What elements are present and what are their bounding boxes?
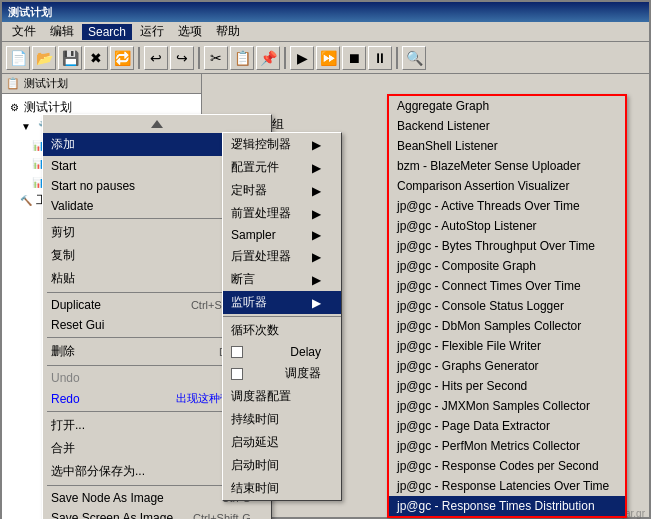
jp-response-latencies-label: jp@gc - Response Latencies Over Time <box>397 479 609 493</box>
toolbar-run-no-pause[interactable]: ⏩ <box>316 46 340 70</box>
toolbar-sep1 <box>138 47 140 69</box>
listener-jp-active-threads[interactable]: jp@gc - Active Threads Over Time <box>389 196 625 216</box>
delay-checkbox[interactable] <box>231 346 243 358</box>
menu-item-copy-label: 复制 <box>51 247 75 264</box>
listener-comparison[interactable]: Comparison Assertion Visualizer <box>389 176 625 196</box>
menu-options[interactable]: 选项 <box>172 22 208 41</box>
listener-jp-response-times-dist[interactable]: jp@gc - Response Times Distribution <box>389 496 625 516</box>
toolbar-stop[interactable]: ⏹ <box>342 46 366 70</box>
menu-item-save-screen-image[interactable]: Save Screen As Image Ctrl+Shift-G <box>43 508 271 519</box>
listener-jp-bytes[interactable]: jp@gc - Bytes Throughput Over Time <box>389 236 625 256</box>
toolbar-stop2[interactable]: ⏸ <box>368 46 392 70</box>
listener-jp-composite[interactable]: jp@gc - Composite Graph <box>389 256 625 276</box>
pre-processor-label: 前置处理器 <box>231 205 291 222</box>
listener-backend[interactable]: Backend Listener <box>389 116 625 136</box>
jp-graphs-gen-label: jp@gc - Graphs Generator <box>397 359 539 373</box>
listener-jp-dbmon[interactable]: jp@gc - DbMon Samples Collector <box>389 316 625 336</box>
listener-jp-perfmon[interactable]: jp@gc - PerfMon Metrics Collector <box>389 436 625 456</box>
listener-label: 监听器 <box>231 294 267 311</box>
loop-count-label: 循环次数 <box>231 322 279 339</box>
startup-delay-item[interactable]: 启动延迟 <box>223 431 341 454</box>
listener-jp-autostop[interactable]: jp@gc - AutoStop Listener <box>389 216 625 236</box>
scheduler-config-item[interactable]: 调度器配置 <box>223 385 341 408</box>
listener-jp-response-latencies[interactable]: jp@gc - Response Latencies Over Time <box>389 476 625 496</box>
jp-bytes-label: jp@gc - Bytes Throughput Over Time <box>397 239 595 253</box>
submenu-add-listener[interactable]: 监听器 ▶ <box>223 291 341 314</box>
listener-jp-page-data[interactable]: jp@gc - Page Data Extractor <box>389 416 625 436</box>
toolbar-cut[interactable]: ✂ <box>204 46 228 70</box>
end-time-item[interactable]: 结束时间 <box>223 477 341 500</box>
toolbar-sep2 <box>198 47 200 69</box>
beanshell-label: BeanShell Listener <box>397 139 498 153</box>
toolbar-open[interactable]: 📂 <box>32 46 56 70</box>
menu-edit[interactable]: 编辑 <box>44 22 80 41</box>
listener-jp-console[interactable]: jp@gc - Console Status Logger <box>389 296 625 316</box>
listener-beanshell[interactable]: BeanShell Listener <box>389 136 625 156</box>
menu-item-save-screen-image-label: Save Screen As Image <box>51 511 173 519</box>
toolbar-copy[interactable]: 📋 <box>230 46 254 70</box>
listener-arrow: ▶ <box>312 296 321 310</box>
menu-help[interactable]: 帮助 <box>210 22 246 41</box>
toolbar-clear[interactable]: 🔁 <box>110 46 134 70</box>
menu-search[interactable]: Search <box>82 24 132 40</box>
menu-item-redo-label: Redo <box>51 392 80 406</box>
toolbar-redo[interactable]: ↪ <box>170 46 194 70</box>
context-menu-overlay: 添加 ▶ Start Start no pauses Validate 剪切 C… <box>2 74 649 519</box>
duration-label: 持续时间 <box>231 411 279 428</box>
jp-dbmon-label: jp@gc - DbMon Samples Collector <box>397 319 581 333</box>
toolbar-new[interactable]: 📄 <box>6 46 30 70</box>
triangle-up-icon <box>151 120 163 128</box>
jp-perfmon-label: jp@gc - PerfMon Metrics Collector <box>397 439 580 453</box>
submenu-add-timer[interactable]: 定时器 ▶ <box>223 179 341 202</box>
submenu-add-logic-ctrl[interactable]: 逻辑控制器 ▶ <box>223 133 341 156</box>
listener-jp-response-codes[interactable]: jp@gc - Response Codes per Second <box>389 456 625 476</box>
jp-hits-label: jp@gc - Hits per Second <box>397 379 527 393</box>
listener-aggregate-graph[interactable]: Aggregate Graph <box>389 96 625 116</box>
jp-jmxmon-label: jp@gc - JMXMon Samples Collector <box>397 399 590 413</box>
menu-item-delete-label: 删除 <box>51 343 75 360</box>
main-window: 测试计划 文件 编辑 Search 运行 选项 帮助 📄 📂 💾 ✖ 🔁 ↩ ↪… <box>0 0 651 519</box>
listener-bzm[interactable]: bzm - BlazeMeter Sense Uploader <box>389 156 625 176</box>
submenu-add-pre-processor[interactable]: 前置处理器 ▶ <box>223 202 341 225</box>
submenu-add-post-processor[interactable]: 后置处理器 ▶ <box>223 245 341 268</box>
toolbar-run[interactable]: ▶ <box>290 46 314 70</box>
toolbar-save[interactable]: 💾 <box>58 46 82 70</box>
bzm-label: bzm - BlazeMeter Sense Uploader <box>397 159 580 173</box>
jp-active-threads-label: jp@gc - Active Threads Over Time <box>397 199 580 213</box>
scheduler-item[interactable]: 调度器 <box>223 362 341 385</box>
toolbar-search[interactable]: 🔍 <box>402 46 426 70</box>
config-label: 配置元件 <box>231 159 279 176</box>
toolbar: 📄 📂 💾 ✖ 🔁 ↩ ↪ ✂ 📋 📌 ▶ ⏩ ⏹ ⏸ 🔍 <box>2 42 649 74</box>
menu-item-merge-label: 合并 <box>51 440 75 457</box>
menu-run[interactable]: 运行 <box>134 22 170 41</box>
start-time-label: 启动时间 <box>231 457 279 474</box>
toolbar-sep4 <box>396 47 398 69</box>
menu-item-validate-label: Validate <box>51 199 93 213</box>
menu-file[interactable]: 文件 <box>6 22 42 41</box>
submenu-add-sampler[interactable]: Sampler ▶ <box>223 225 341 245</box>
submenu-add-assertion[interactable]: 断言 ▶ <box>223 268 341 291</box>
menu-item-save-selection-label: 选中部分保存为... <box>51 463 145 480</box>
duration-item[interactable]: 持续时间 <box>223 408 341 431</box>
delay-label: Delay <box>290 345 321 359</box>
pre-processor-arrow: ▶ <box>312 207 321 221</box>
listener-jp-connect-times[interactable]: jp@gc - Connect Times Over Time <box>389 276 625 296</box>
listener-jp-jmxmon[interactable]: jp@gc - JMXMon Samples Collector <box>389 396 625 416</box>
menu-bar: 文件 编辑 Search 运行 选项 帮助 <box>2 22 649 42</box>
menu-item-reset-gui-label: Reset Gui <box>51 318 104 332</box>
toolbar-close[interactable]: ✖ <box>84 46 108 70</box>
start-time-item[interactable]: 启动时间 <box>223 454 341 477</box>
toolbar-sep3 <box>284 47 286 69</box>
toolbar-undo[interactable]: ↩ <box>144 46 168 70</box>
toolbar-paste[interactable]: 📌 <box>256 46 280 70</box>
scheduler-checkbox[interactable] <box>231 368 243 380</box>
loop-count-item[interactable]: 循环次数 <box>223 319 341 342</box>
listener-jp-graphs-gen[interactable]: jp@gc - Graphs Generator <box>389 356 625 376</box>
listener-jp-hits[interactable]: jp@gc - Hits per Second <box>389 376 625 396</box>
logic-ctrl-label: 逻辑控制器 <box>231 136 291 153</box>
end-time-label: 结束时间 <box>231 480 279 497</box>
submenu-add-config[interactable]: 配置元件 ▶ <box>223 156 341 179</box>
submenu-listener: Aggregate Graph Backend Listener BeanShe… <box>387 94 627 518</box>
delay-item[interactable]: Delay <box>223 342 341 362</box>
listener-jp-flexible[interactable]: jp@gc - Flexible File Writer <box>389 336 625 356</box>
